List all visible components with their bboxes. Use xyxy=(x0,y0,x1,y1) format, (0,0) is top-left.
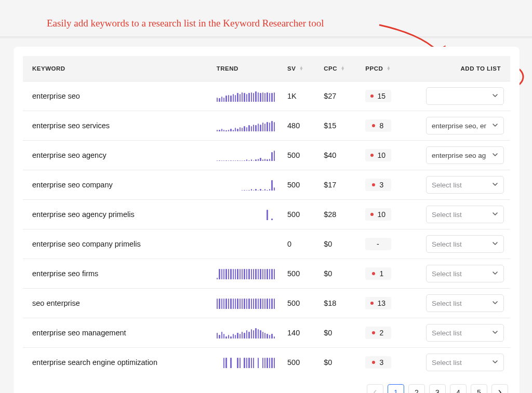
ppcd-dot-icon xyxy=(372,361,375,364)
keywords-card: KEYWORD TREND SV ▲▼ CPC ▲▼ PPCD ▲▼ ADD T… xyxy=(14,47,520,393)
add-to-list-select[interactable]: Select list xyxy=(426,235,504,253)
trend-cell xyxy=(210,348,281,377)
trend-sparkline xyxy=(217,238,275,250)
chevron-down-icon xyxy=(492,359,498,367)
ppcd-dot-icon xyxy=(372,183,375,186)
ppcd-value: 2 xyxy=(379,329,383,337)
keywords-table: KEYWORD TREND SV ▲▼ CPC ▲▼ PPCD ▲▼ ADD T… xyxy=(23,56,510,377)
ppcd-dot-icon xyxy=(370,154,374,157)
sv-cell: 500 xyxy=(281,348,317,377)
keyword-cell[interactable]: enterprise seo company xyxy=(23,170,210,200)
add-to-list-cell: Select list xyxy=(411,200,510,229)
add-to-list-cell: enterprise seo, er xyxy=(411,111,510,141)
keyword-cell[interactable]: enterprise seo company primelis xyxy=(23,229,210,259)
keyword-cell[interactable]: enterprise seo agency xyxy=(23,141,210,170)
keyword-cell[interactable]: enterprise seo agency primelis xyxy=(23,200,210,229)
ppcd-dot-icon xyxy=(370,302,374,305)
ppcd-dot-icon xyxy=(372,124,375,127)
keyword-cell[interactable]: enterprise seo management xyxy=(23,318,210,348)
chevron-down-icon xyxy=(492,181,498,189)
add-to-list-cell: Select list xyxy=(411,170,510,200)
ppcd-value: 3 xyxy=(379,358,383,367)
ppcd-value: 8 xyxy=(379,121,383,130)
trend-sparkline xyxy=(217,179,275,191)
col-header-sv-label: SV xyxy=(287,65,296,72)
ppcd-value: 13 xyxy=(378,299,386,307)
col-header-add-to-list: ADD TO LIST xyxy=(411,56,510,82)
ppcd-pill: 8 xyxy=(365,119,391,132)
page-button[interactable]: 1 xyxy=(388,384,404,393)
page-next[interactable] xyxy=(491,384,508,393)
trend-sparkline xyxy=(217,297,275,309)
ppcd-pill: 13 xyxy=(365,297,391,309)
table-row: enterprise search engine optimization500… xyxy=(23,348,510,377)
col-header-ppcd[interactable]: PPCD ▲▼ xyxy=(359,56,411,82)
ppcd-pill: - xyxy=(365,238,391,250)
trend-cell xyxy=(210,141,281,170)
add-to-list-value: Select list xyxy=(432,329,462,337)
add-to-list-cell: Select list xyxy=(411,289,510,318)
sv-cell: 500 xyxy=(281,289,317,318)
add-to-list-select[interactable]: Select list xyxy=(426,176,504,194)
col-header-sv[interactable]: SV ▲▼ xyxy=(281,56,317,82)
page-button[interactable]: 4 xyxy=(450,384,467,393)
page-button[interactable]: 5 xyxy=(471,384,487,393)
table-row: enterprise seo management140$02Select li… xyxy=(23,318,510,348)
add-to-list-value: Select list xyxy=(432,359,462,367)
ppcd-cell: 3 xyxy=(359,170,411,200)
add-to-list-select[interactable]: enterprise seo, er xyxy=(426,117,504,134)
table-row: enterprise seo1K$2715 xyxy=(23,82,510,111)
ppcd-value: 15 xyxy=(378,92,386,100)
keyword-cell[interactable]: seo enterprise xyxy=(23,289,210,318)
ppcd-pill: 15 xyxy=(365,90,391,102)
add-to-list-select[interactable]: enterprise seo ag xyxy=(426,146,504,164)
keyword-cell[interactable]: enterprise seo services xyxy=(23,111,210,141)
ppcd-pill: 1 xyxy=(365,267,391,280)
ppcd-cell: 2 xyxy=(359,318,411,348)
pagination: 12345 xyxy=(23,377,510,393)
col-header-cpc[interactable]: CPC ▲▼ xyxy=(317,56,359,82)
add-to-list-select[interactable]: Select list xyxy=(426,294,504,312)
col-header-cpc-label: CPC xyxy=(324,65,337,72)
table-row: enterprise seo agency500$4010enterprise … xyxy=(23,141,510,170)
ppcd-cell: 3 xyxy=(359,348,411,377)
ppcd-dot-icon xyxy=(372,272,375,275)
ppcd-cell: 15 xyxy=(359,82,411,111)
ppcd-value: 10 xyxy=(378,210,386,219)
ppcd-dot-icon xyxy=(370,94,374,98)
trend-cell xyxy=(210,200,281,229)
col-header-keyword[interactable]: KEYWORD xyxy=(23,56,210,82)
trend-sparkline xyxy=(217,327,275,338)
trend-sparkline xyxy=(217,357,275,368)
trend-sparkline xyxy=(217,268,275,279)
add-to-list-select[interactable]: Select list xyxy=(426,324,504,342)
cpc-cell: $27 xyxy=(317,82,359,111)
keyword-cell[interactable]: enterprise seo firms xyxy=(23,259,210,289)
page-button[interactable]: 3 xyxy=(429,384,446,393)
add-to-list-value: enterprise seo ag xyxy=(432,152,486,159)
page-prev[interactable] xyxy=(367,384,383,393)
add-to-list-select[interactable]: Select list xyxy=(426,354,504,371)
table-row: enterprise seo services480$158enterprise… xyxy=(23,111,510,141)
trend-sparkline xyxy=(217,90,275,102)
add-to-list-select[interactable]: Select list xyxy=(426,206,504,223)
ppcd-cell: 8 xyxy=(359,111,411,141)
table-row: enterprise seo firms500$01Select list xyxy=(23,259,510,289)
col-header-trend[interactable]: TREND xyxy=(210,56,281,82)
add-to-list-cell xyxy=(411,82,510,111)
divider xyxy=(0,36,532,38)
add-to-list-select[interactable] xyxy=(426,87,504,105)
table-row: enterprise seo company500$173Select list xyxy=(23,170,510,200)
add-to-list-select[interactable]: Select list xyxy=(426,265,504,282)
add-to-list-cell: Select list xyxy=(411,259,510,289)
sort-icon: ▲▼ xyxy=(387,66,391,71)
table-row: enterprise seo company primelis0$0-Selec… xyxy=(23,229,510,259)
keyword-cell[interactable]: enterprise search engine optimization xyxy=(23,348,210,377)
page-button[interactable]: 2 xyxy=(408,384,425,393)
sv-cell: 500 xyxy=(281,259,317,289)
col-header-ppcd-label: PPCD xyxy=(365,65,383,72)
add-to-list-cell: Select list xyxy=(411,348,510,377)
ppcd-cell: 13 xyxy=(359,289,411,318)
keyword-cell[interactable]: enterprise seo xyxy=(23,82,210,111)
cpc-cell: $40 xyxy=(317,141,359,170)
